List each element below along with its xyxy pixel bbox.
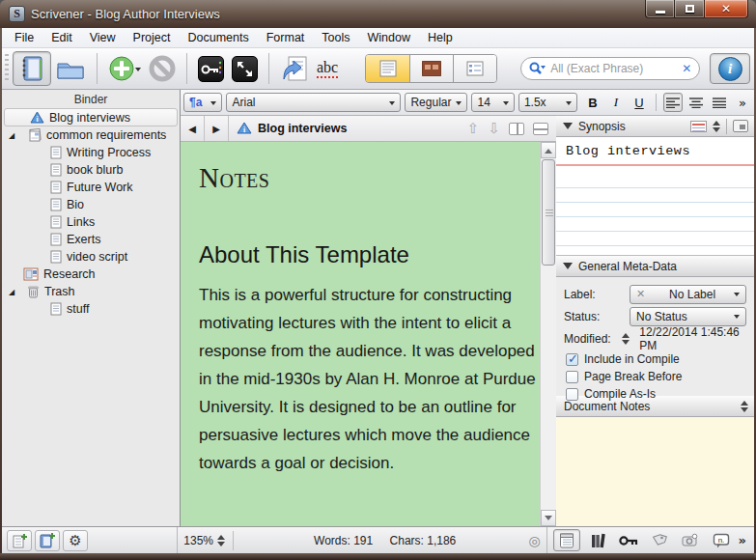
font-variant-combo[interactable]: Regular	[405, 93, 467, 112]
open-folder-button[interactable]	[51, 53, 90, 84]
font-size-combo[interactable]: 14	[471, 93, 514, 112]
close-button[interactable]: ✕	[704, 0, 748, 18]
notes-tab[interactable]	[553, 529, 580, 551]
menu-edit[interactable]: Edit	[42, 29, 81, 46]
binder-toggle-button[interactable]	[13, 51, 51, 86]
style-combo[interactable]: ¶a	[183, 93, 222, 112]
expand-arrow-icon[interactable]: ◢	[9, 131, 14, 140]
align-left-button[interactable]	[663, 93, 683, 112]
collapse-triangle-icon[interactable]	[563, 263, 573, 274]
comments-footnotes-tab[interactable]: n.	[708, 529, 735, 551]
document-view-button[interactable]	[366, 55, 409, 82]
binder-item-blog-interviews[interactable]: i Blog interviews	[4, 108, 178, 126]
binder-item-exerts[interactable]: Exerts	[2, 231, 180, 248]
menu-project[interactable]: Project	[125, 29, 180, 46]
include-in-compile-row[interactable]: Include in Compile	[564, 351, 746, 367]
binder-item-links[interactable]: Links	[2, 213, 180, 231]
compile-as-is-checkbox[interactable]	[566, 388, 578, 401]
custom-metadata-tab[interactable]	[646, 529, 673, 551]
align-justify-icon	[713, 98, 726, 108]
format-overflow-button[interactable]: »	[733, 93, 752, 112]
binder-item-video-script[interactable]: video script	[2, 248, 180, 266]
binder-item-label: book blurb	[67, 163, 123, 177]
split-vertical-icon[interactable]	[509, 123, 524, 135]
menu-window[interactable]: Window	[359, 29, 419, 46]
date-stepper[interactable]	[622, 329, 630, 349]
maximize-button[interactable]	[675, 0, 704, 18]
synopsis-card[interactable]: Blog interviews	[556, 137, 754, 256]
notes-stepper[interactable]	[741, 397, 748, 416]
italic-button[interactable]: I	[606, 93, 626, 112]
inspector-overflow-icon[interactable]: »	[739, 533, 754, 547]
next-document-icon[interactable]: ⇩	[488, 120, 500, 137]
page-break-before-checkbox[interactable]	[566, 371, 578, 383]
split-horizontal-icon[interactable]	[533, 123, 548, 135]
binder-item-trash[interactable]: ◢ Trash	[2, 283, 180, 300]
align-justify-button[interactable]	[710, 93, 729, 112]
add-folder-button[interactable]	[35, 530, 60, 551]
binder-item-label: Blog interviews	[49, 111, 130, 125]
spelling-button[interactable]: abc	[313, 57, 342, 80]
outline-view-button[interactable]	[453, 55, 496, 82]
binder-item-book-blurb[interactable]: book blurb	[2, 161, 180, 179]
menu-format[interactable]: Format	[258, 29, 314, 46]
binder-item-bio[interactable]: Bio	[2, 196, 180, 213]
binder-item-common-requirements[interactable]: ◢ common requirements	[2, 126, 180, 144]
align-center-button[interactable]	[686, 93, 706, 112]
zoom-stepper[interactable]	[217, 531, 225, 550]
page-break-before-row[interactable]: Page Break Before	[564, 369, 746, 384]
font-combo[interactable]: Arial	[226, 93, 401, 112]
compose-mode-button[interactable]	[194, 54, 228, 84]
corkboard-view-button[interactable]	[409, 55, 453, 82]
binder-item-stuff[interactable]: stuff	[2, 300, 180, 318]
binder-item-research[interactable]: Research	[2, 266, 180, 283]
search-clear-icon[interactable]: ✕	[682, 62, 691, 75]
keywords-tab[interactable]	[615, 529, 642, 551]
menu-documents[interactable]: Documents	[179, 29, 257, 46]
collapse-triangle-icon[interactable]	[563, 123, 573, 134]
underline-button[interactable]: U	[630, 93, 649, 112]
line-spacing-combo[interactable]: 1.5x	[518, 93, 577, 112]
editor-scrollbar[interactable]	[540, 142, 556, 526]
add-document-button[interactable]	[7, 530, 32, 551]
index-card-icon[interactable]	[690, 121, 707, 132]
bold-button[interactable]: B	[583, 93, 602, 112]
actions-menu-button[interactable]: ⚙	[63, 530, 88, 551]
delete-button[interactable]	[145, 53, 180, 84]
document-info-triangle-icon[interactable]: i	[237, 122, 252, 135]
progress-target-icon[interactable]: ◎	[528, 533, 540, 548]
synopsis-stepper[interactable]	[713, 117, 720, 136]
synopsis-image-toggle-icon[interactable]	[733, 120, 748, 132]
snapshots-tab[interactable]	[677, 529, 704, 551]
add-item-button[interactable]	[104, 53, 145, 84]
minimize-button[interactable]	[645, 0, 675, 18]
expand-arrow-icon[interactable]: ◢	[9, 288, 14, 296]
menu-file[interactable]: File	[6, 29, 42, 46]
scrollbar-thumb[interactable]	[542, 159, 555, 266]
synopsis-header[interactable]: Synopsis	[556, 116, 754, 137]
previous-document-icon[interactable]: ⇧	[467, 120, 480, 137]
editor-text-area[interactable]: Notes About This Template This is a powe…	[181, 142, 540, 526]
fullscreen-button[interactable]	[228, 54, 262, 84]
compile-button[interactable]	[276, 52, 313, 85]
search-input[interactable]: All (Exact Phrase) ✕	[520, 57, 700, 80]
zoom-level[interactable]: 135%	[183, 534, 213, 547]
binder-item-writing-process[interactable]: Writing Process	[2, 144, 180, 161]
menu-tools[interactable]: Tools	[313, 29, 358, 46]
include-in-compile-checkbox[interactable]	[566, 353, 578, 366]
back-button[interactable]: ◀	[181, 116, 204, 141]
label-dropdown[interactable]: ✕ No Label	[630, 285, 746, 304]
scroll-down-button[interactable]	[541, 510, 556, 526]
document-notes-area[interactable]	[556, 417, 754, 526]
status-dropdown[interactable]: No Status	[630, 307, 746, 326]
add-dropdown-arrow[interactable]	[135, 68, 141, 74]
menu-help[interactable]: Help	[419, 29, 462, 46]
scroll-up-button[interactable]	[541, 142, 556, 158]
inspector-toggle-button[interactable]: i	[710, 53, 750, 84]
clear-label-icon[interactable]: ✕	[636, 288, 645, 300]
references-tab[interactable]	[584, 529, 611, 551]
metadata-header[interactable]: General Meta-Data	[556, 256, 754, 277]
menu-view[interactable]: View	[81, 29, 125, 46]
forward-button[interactable]: ▶	[205, 116, 228, 141]
binder-item-future-work[interactable]: Future Work	[2, 179, 180, 196]
